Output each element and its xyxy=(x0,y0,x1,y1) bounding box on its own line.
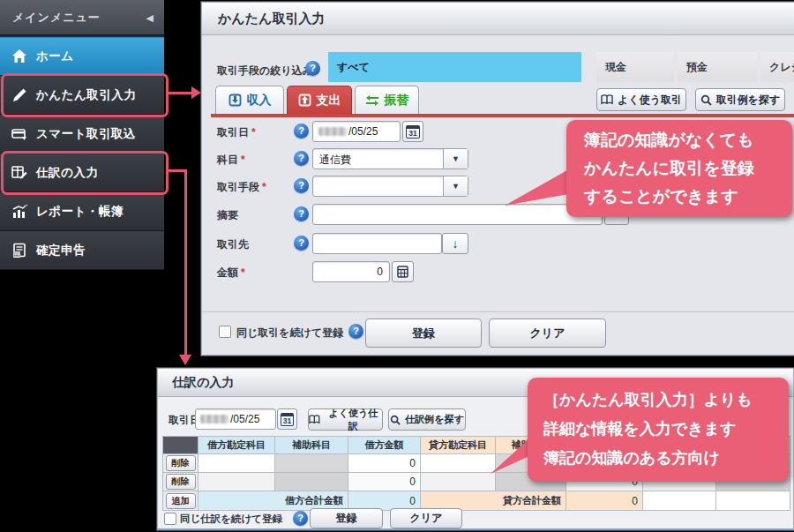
date-help-icon[interactable]: ? xyxy=(294,124,309,139)
easy-entry-titlebar: かんたん取引入力 xyxy=(202,3,794,35)
cell-debit-amount[interactable]: 0 xyxy=(348,473,421,491)
tab-income[interactable]: 収入 xyxy=(215,86,284,114)
delete-row-button[interactable]: 削除 xyxy=(166,474,196,490)
connector-arrowhead-journal xyxy=(179,355,191,365)
main-menu-sidebar: メインメニュー ◀ ホーム かんたん取引入力 スマート取引取込 仕訳の入力 レポ… xyxy=(0,0,164,270)
frequent-journals-button[interactable]: よく使う仕訳 xyxy=(308,408,383,431)
credit-total-amount: 0 xyxy=(566,491,643,511)
sidebar-item-label: レポート・帳簿 xyxy=(36,204,124,220)
account-help-icon[interactable]: ? xyxy=(294,151,309,166)
callout-line: 簿記の知識のある方向け xyxy=(543,444,789,473)
repeat-journal-help-icon[interactable]: ? xyxy=(293,511,308,526)
register-button[interactable]: 登録 xyxy=(365,318,482,348)
date-value: /05/25 xyxy=(348,125,378,138)
filter-option-label: 預金 xyxy=(686,60,708,75)
book-icon xyxy=(309,415,320,424)
column-header-blank xyxy=(163,437,198,454)
search-icon xyxy=(390,415,401,425)
add-row-button[interactable]: 追加 xyxy=(166,493,196,509)
connector-line-journal-h xyxy=(168,169,186,172)
tab-underline xyxy=(211,114,794,117)
cell-extra xyxy=(643,491,716,511)
filter-option-all[interactable]: すべて xyxy=(328,52,581,82)
column-header-debit-sub: 補助科目 xyxy=(275,437,348,454)
journal-clear-button[interactable]: クリア xyxy=(390,508,462,528)
column-header-debit-account: 借方勘定科目 xyxy=(198,437,275,454)
sidebar-item-label: スマート取引取込 xyxy=(36,126,136,142)
description-help-icon[interactable]: ? xyxy=(294,206,309,221)
tab-label: 振替 xyxy=(385,93,409,109)
callout-line: ［かんたん取引入力］よりも xyxy=(543,386,789,415)
find-journal-example-button[interactable]: 仕訳例を探す xyxy=(388,408,466,431)
delete-row-button[interactable]: 削除 xyxy=(166,455,196,471)
method-help-icon[interactable]: ? xyxy=(294,178,309,193)
sidebar-item-label: かんたん取引入力 xyxy=(36,87,136,103)
calculator-icon xyxy=(397,266,408,278)
filter-label: 取引手段の絞り込み xyxy=(217,64,313,79)
screenshot-root: { "colors": { "highlight_red": "#E8506E"… xyxy=(0,0,794,532)
tab-label: 収入 xyxy=(247,93,272,109)
sidebar-item-tax-return[interactable]: 確定申告 xyxy=(0,231,164,270)
filter-option-deposit[interactable]: 預金 xyxy=(678,52,757,82)
calculator-button[interactable] xyxy=(392,261,414,282)
journal-date-input[interactable]: /05/25 xyxy=(195,408,276,430)
collapse-sidebar-icon[interactable]: ◀ xyxy=(146,0,154,35)
callout-line: 詳細な情報を入力できます xyxy=(543,415,789,444)
cell-debit-account[interactable] xyxy=(198,473,275,491)
sidebar-item-home[interactable]: ホーム xyxy=(0,37,164,76)
pencil-icon xyxy=(11,87,27,103)
filter-option-cash[interactable]: 現金 xyxy=(596,52,674,82)
account-dropdown-button[interactable]: ▼ xyxy=(443,149,468,169)
frequent-transactions-button[interactable]: よく使う取引 xyxy=(596,88,686,111)
account-select[interactable]: 通信費 ▼ xyxy=(312,148,468,169)
cell-debit-amount[interactable]: 0 xyxy=(348,454,421,473)
button-label: よく使う取引 xyxy=(618,93,682,108)
journal-calendar-button[interactable]: 31 xyxy=(277,408,297,430)
button-label: よく使う仕訳 xyxy=(325,407,382,433)
tab-transfer[interactable]: 振替 xyxy=(355,86,419,114)
partner-help-icon[interactable]: ? xyxy=(294,236,309,251)
button-label: クリア xyxy=(410,511,443,526)
method-select[interactable]: ▼ xyxy=(312,176,468,197)
sidebar-header: メインメニュー ◀ xyxy=(0,0,164,35)
sidebar-item-journal-entry[interactable]: 仕訳の入力 xyxy=(0,154,164,192)
button-label: 取引例を探す xyxy=(716,93,781,108)
filter-option-label: 現金 xyxy=(605,60,626,75)
account-value: 通信費 xyxy=(319,153,351,168)
sidebar-item-smart-import[interactable]: スマート取引取込 xyxy=(0,115,164,154)
date-input[interactable]: /05/25 xyxy=(312,121,401,142)
calendar-button[interactable]: 31 xyxy=(402,121,423,142)
filter-option-credit[interactable]: クレジ xyxy=(760,52,794,82)
callout-line: 簿記の知識がなくても xyxy=(584,126,792,154)
method-dropdown-button[interactable]: ▼ xyxy=(443,176,468,196)
repeat-help-icon[interactable]: ? xyxy=(348,324,363,339)
field-label-description: 摘要 xyxy=(217,208,238,223)
cell-debit-account[interactable] xyxy=(198,454,275,473)
connector-line-journal-v xyxy=(184,169,187,355)
callout-line: することができます xyxy=(584,183,792,211)
field-label-account: 科目* xyxy=(217,153,245,168)
filter-help-icon[interactable]: ? xyxy=(305,61,320,76)
find-example-button[interactable]: 取引例を探す xyxy=(695,88,785,111)
table-row-action: 追加 xyxy=(163,491,198,511)
partner-input[interactable] xyxy=(312,233,442,254)
redacted-year xyxy=(200,415,228,423)
amount-input[interactable]: 0 xyxy=(312,261,390,282)
sidebar-item-easy-entry[interactable]: かんたん取引入力 xyxy=(0,76,164,115)
sidebar-title: メインメニュー xyxy=(12,0,101,35)
journal-register-button[interactable]: 登録 xyxy=(310,508,383,528)
repeat-transaction-checkbox[interactable] xyxy=(219,326,231,338)
home-icon xyxy=(11,49,27,64)
repeat-transaction-label: 同じ取引を続けて登録 xyxy=(236,326,343,341)
cell-credit-account[interactable] xyxy=(421,473,496,491)
partner-lookup-button[interactable]: ↓ xyxy=(442,233,468,254)
repeat-journal-checkbox[interactable] xyxy=(164,513,176,525)
tab-expense[interactable]: 支出 xyxy=(287,86,352,114)
amount-value: 0 xyxy=(377,266,383,278)
button-label: 登録 xyxy=(412,326,435,341)
cell-credit-account[interactable] xyxy=(421,454,496,473)
filter-option-label: クレジ xyxy=(769,60,794,75)
redacted-year xyxy=(318,127,347,136)
clear-button[interactable]: クリア xyxy=(489,318,606,348)
sidebar-item-reports[interactable]: レポート・帳簿 xyxy=(0,192,164,231)
